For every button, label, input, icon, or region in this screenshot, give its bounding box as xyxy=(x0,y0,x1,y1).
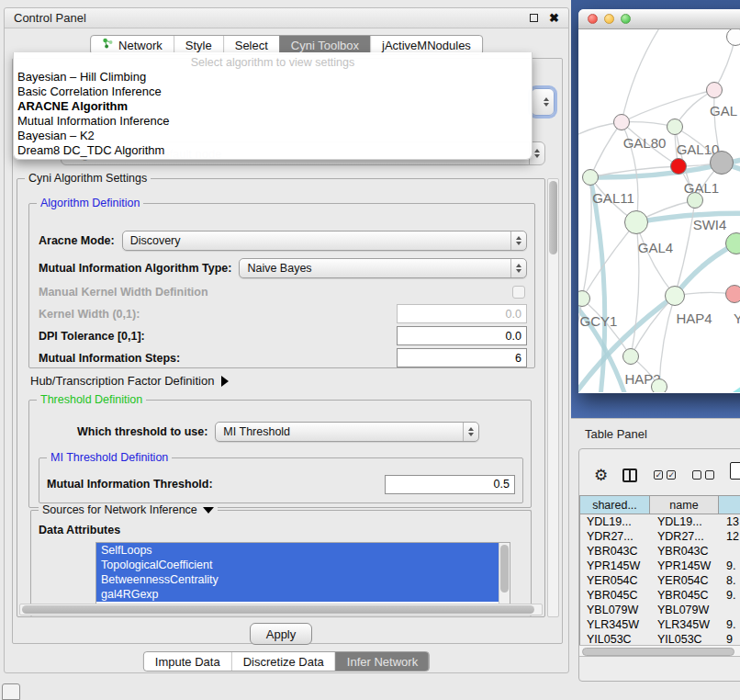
aracne-mode-combobox[interactable]: Discovery xyxy=(122,231,527,251)
table-row[interactable]: YPR145WYPR145W9. xyxy=(580,559,740,573)
tab-cyni-toolbox[interactable]: Cyni Toolbox xyxy=(279,36,370,54)
network-node-n-top[interactable] xyxy=(726,29,740,46)
data-attributes-label: Data Attributes xyxy=(39,524,120,536)
zoom-window-icon[interactable] xyxy=(621,14,631,24)
tab-impute-data[interactable]: Impute Data xyxy=(144,652,231,671)
kernel-width-field[interactable] xyxy=(397,304,527,323)
tab-style[interactable]: Style xyxy=(174,36,223,54)
columns-icon[interactable] xyxy=(622,469,637,482)
table-cell: 9. xyxy=(720,559,740,572)
dpi-tolerance-label: DPI Tolerance [0,1]: xyxy=(39,330,145,343)
column-header-col3[interactable] xyxy=(719,495,740,514)
column-header-name[interactable]: name xyxy=(650,495,719,514)
dropdown-item-basic-correlation-inference[interactable]: Basic Correlation Inference xyxy=(14,85,532,99)
network-canvas[interactable]: GALGAL80GAL10GAL1GAL11SWI4GAL4GCY1HAP4YH… xyxy=(578,29,740,392)
mi-threshold-row: Mutual Information Threshold: xyxy=(47,473,515,495)
settings-horizontal-scrollbar[interactable] xyxy=(19,604,543,615)
table-row[interactable]: YDL19...YDL19...13 xyxy=(580,514,740,529)
network-node-hap4[interactable] xyxy=(665,286,685,306)
network-edge xyxy=(582,177,591,299)
settings-group-title: Cyni Algorithm Settings xyxy=(25,172,151,185)
network-node-n-bot[interactable] xyxy=(651,378,667,392)
tab-label: Impute Data xyxy=(155,655,220,669)
node-label-gal11: GAL11 xyxy=(592,190,634,206)
attribute-item-selfloops[interactable]: SelfLoops xyxy=(96,543,510,558)
network-node-gal11[interactable] xyxy=(582,169,599,186)
dropdown-item-bayesian-k2[interactable]: Bayesian – K2 xyxy=(14,129,532,143)
table-header-row: shared...name xyxy=(579,495,740,514)
network-node-gal[interactable] xyxy=(706,82,723,98)
network-node-gal1[interactable] xyxy=(670,158,687,175)
table-cell: YBR043C xyxy=(651,545,720,558)
application-root: Control Panel ✖ NetworkStyleSelectCyni T… xyxy=(0,0,740,700)
table-panel-body: ⚙ ✓✓ shared...name YDL19...YDL19...13YDR… xyxy=(578,448,740,682)
threshold-definition-group: Threshold Definition Which threshold to … xyxy=(28,400,532,508)
manual-kernel-checkbox[interactable] xyxy=(512,286,525,299)
dropdown-item-mutual-information-inference[interactable]: Mutual Information Inference xyxy=(14,114,532,129)
network-node-y[interactable] xyxy=(725,285,740,303)
control-panel-titlebar: Control Panel ✖ xyxy=(5,8,568,28)
table-panel-region: Table Panel ⚙ ✓✓ shared...name YDL19...Y… xyxy=(571,418,740,700)
dropdown-item-aracne-algorithm[interactable]: ARACNE Algorithm xyxy=(14,99,532,114)
select-all-checks-icon[interactable]: ✓✓ xyxy=(654,470,676,480)
network-desktop: GALGAL80GAL10GAL1GAL11SWI4GAL4GCY1HAP4YH… xyxy=(571,0,740,418)
table-cell: YPR145W xyxy=(651,559,720,572)
attribute-item-betweennesscentrality[interactable]: BetweennessCentrality xyxy=(96,572,510,587)
attribute-item-gal4rgexp[interactable]: gal4RGexp xyxy=(96,587,510,602)
table-cell: YDL19... xyxy=(651,515,720,528)
which-threshold-combobox[interactable]: MI Threshold xyxy=(215,422,479,442)
tab-jactivemnodules[interactable]: jActiveMNodules xyxy=(370,36,482,54)
network-node-swi4[interactable] xyxy=(687,192,703,209)
mi-type-combobox[interactable]: Naive Bayes xyxy=(239,258,527,278)
table-row[interactable]: YER054CYER054C8. xyxy=(580,573,740,588)
network-icon xyxy=(102,38,114,52)
mi-threshold-field[interactable] xyxy=(385,475,515,494)
tab-infer-network[interactable]: Infer Network xyxy=(335,652,429,671)
apply-button[interactable]: Apply xyxy=(250,623,312,645)
network-node-gal80[interactable] xyxy=(613,114,630,130)
data-attributes-list[interactable]: SelfLoopsTopologicalCoefficientBetweenne… xyxy=(95,542,510,606)
algorithm-combobox-fragment[interactable] xyxy=(531,88,555,116)
column-header-shared[interactable]: shared... xyxy=(579,495,650,514)
tab-select[interactable]: Select xyxy=(223,36,279,54)
dropdown-item-dream8-dc-tdc-algorithm[interactable]: Dream8 DC_TDC Algorithm xyxy=(14,143,532,158)
new-table-icon[interactable] xyxy=(730,462,740,480)
network-node-gray-node[interactable] xyxy=(710,151,734,175)
minimized-panel-icon[interactable] xyxy=(2,683,20,700)
tab-discretize-data[interactable]: Discretize Data xyxy=(231,652,335,671)
dropdown-item-bayesian-hill-climbing[interactable]: Bayesian – Hill Climbing xyxy=(14,70,532,85)
minimize-window-icon[interactable] xyxy=(604,14,614,24)
gear-icon[interactable]: ⚙ xyxy=(594,468,608,483)
list-scrollbar[interactable] xyxy=(499,543,510,605)
combo-stepper-icon xyxy=(463,423,478,441)
table-cell: YER054C xyxy=(580,574,651,587)
close-panel-icon[interactable]: ✖ xyxy=(549,12,559,24)
table-cell: 9. xyxy=(720,589,740,602)
float-window-icon[interactable] xyxy=(530,14,538,22)
node-label-gal: GAL xyxy=(710,103,737,119)
deselect-all-checks-icon[interactable] xyxy=(692,470,714,480)
hub-definition-expander[interactable]: Hub/Transcription Factor Definition xyxy=(30,374,229,388)
tab-network[interactable]: Network xyxy=(91,36,174,54)
table-row[interactable]: YBL079WYBL079W xyxy=(580,603,740,617)
network-node-gal4[interactable] xyxy=(624,210,648,234)
close-window-icon[interactable] xyxy=(588,14,598,24)
sources-group-title[interactable]: Sources for Network Inference xyxy=(39,503,218,516)
network-edge xyxy=(698,353,740,392)
table-row[interactable]: YLR345WYLR345W9. xyxy=(580,617,740,632)
tab-label: Style xyxy=(185,39,212,52)
combo-stepper-icon xyxy=(538,89,554,115)
aracne-mode-label: Aracne Mode: xyxy=(39,234,115,247)
attribute-item-topologicalcoefficient[interactable]: TopologicalCoefficient xyxy=(96,558,510,572)
table-row[interactable]: YDR27...YDR27...12 xyxy=(580,529,740,544)
network-node-hap2[interactable] xyxy=(622,348,639,365)
table-row[interactable]: YIL053CYIL053C9 xyxy=(580,632,740,645)
table-row[interactable]: YBR043CYBR043C xyxy=(580,544,740,559)
settings-vertical-scrollbar[interactable] xyxy=(547,178,559,617)
table-row[interactable]: YBR045CYBR045C9. xyxy=(580,588,740,603)
table-horizontal-scrollbar[interactable] xyxy=(579,645,740,657)
dropdown-prompt: Select algorithm to view settings xyxy=(14,52,532,70)
dpi-tolerance-field[interactable] xyxy=(397,326,527,345)
network-node-gal10[interactable] xyxy=(667,119,683,135)
mi-steps-field[interactable] xyxy=(397,348,527,367)
